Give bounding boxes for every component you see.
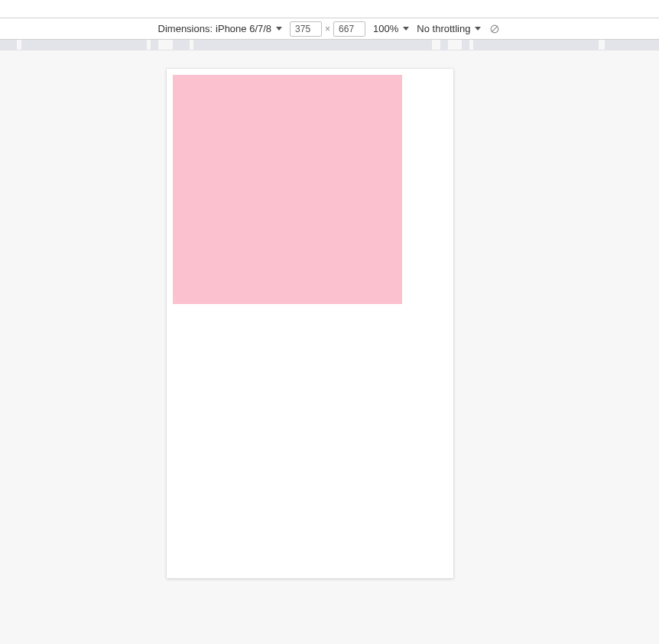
times-separator: × [325,24,330,34]
ruler-segment [21,40,147,50]
zoom-dropdown[interactable]: 100% [373,23,409,34]
height-input[interactable] [333,21,365,37]
throttling-value: No throttling [417,23,470,34]
size-inputs: × [290,21,365,37]
device-viewport[interactable] [167,69,453,578]
ruler-segment [0,40,17,50]
ruler-segment [193,40,432,50]
zoom-value: 100% [373,23,398,34]
ruler-segment [440,40,448,50]
ruler-segment [173,40,190,50]
width-input[interactable] [290,21,322,37]
throttling-dropdown[interactable]: No throttling [417,23,481,34]
top-blank-bar [0,0,659,18]
ruler-segment [605,40,659,50]
ruler-segment [151,40,158,50]
rotate-icon[interactable] [489,23,501,35]
svg-line-1 [492,26,498,32]
ruler-segment [473,40,599,50]
ruler [0,40,659,50]
chevron-down-icon [403,27,409,31]
chevron-down-icon [475,27,481,31]
device-name: iPhone 6/7/8 [216,23,271,34]
canvas-area [0,50,659,644]
content-box [173,75,402,304]
dimensions-label: Dimensions: [158,23,213,34]
device-toolbar: Dimensions: iPhone 6/7/8 × 100% No throt… [0,18,659,40]
chevron-down-icon [276,27,282,31]
ruler-segment [462,40,469,50]
dimensions-dropdown[interactable]: Dimensions: iPhone 6/7/8 [158,23,283,34]
